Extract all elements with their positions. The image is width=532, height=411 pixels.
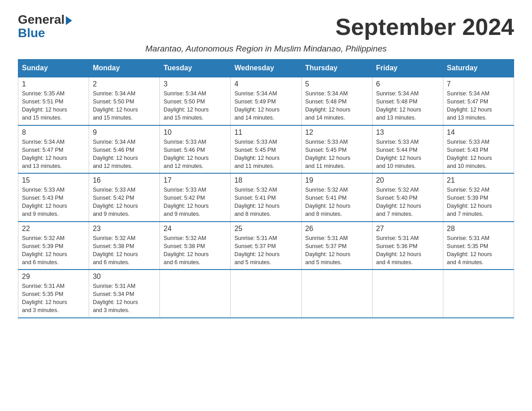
day-info: Sunrise: 5:31 AMSunset: 5:35 PMDaylight:… [447,235,492,265]
calendar-cell: 26Sunrise: 5:31 AMSunset: 5:37 PMDayligh… [301,222,372,270]
calendar-cell: 13Sunrise: 5:33 AMSunset: 5:44 PMDayligh… [372,125,443,174]
calendar-cell: 29Sunrise: 5:31 AMSunset: 5:35 PMDayligh… [18,270,89,318]
day-info: Sunrise: 5:34 AMSunset: 5:48 PMDaylight:… [376,90,421,121]
calendar-cell: 24Sunrise: 5:32 AMSunset: 5:38 PMDayligh… [160,222,231,270]
week-row-2: 8Sunrise: 5:34 AMSunset: 5:47 PMDaylight… [18,125,514,174]
day-number: 11 [234,128,297,137]
logo-line1: General [18,13,72,26]
week-row-4: 22Sunrise: 5:32 AMSunset: 5:39 PMDayligh… [18,222,514,270]
day-info: Sunrise: 5:33 AMSunset: 5:43 PMDaylight:… [22,187,67,217]
day-number: 6 [376,80,439,88]
day-number: 29 [22,273,85,281]
day-info: Sunrise: 5:32 AMSunset: 5:41 PMDaylight:… [234,187,279,217]
calendar-cell: 11Sunrise: 5:33 AMSunset: 5:45 PMDayligh… [231,125,301,174]
day-number: 26 [305,225,369,233]
day-info: Sunrise: 5:33 AMSunset: 5:42 PMDaylight:… [93,187,138,217]
logo-line2: Blue [18,27,45,39]
col-header-friday: Friday [372,60,443,77]
calendar-cell: 22Sunrise: 5:32 AMSunset: 5:39 PMDayligh… [18,222,89,270]
calendar-cell: 15Sunrise: 5:33 AMSunset: 5:43 PMDayligh… [18,173,89,222]
day-number: 4 [234,80,297,88]
calendar-cell: 28Sunrise: 5:31 AMSunset: 5:35 PMDayligh… [443,222,514,270]
calendar-cell [160,270,231,318]
day-info: Sunrise: 5:34 AMSunset: 5:47 PMDaylight:… [22,139,67,169]
day-number: 30 [93,273,156,281]
day-info: Sunrise: 5:32 AMSunset: 5:38 PMDaylight:… [163,235,209,265]
calendar-cell: 14Sunrise: 5:33 AMSunset: 5:43 PMDayligh… [443,125,514,174]
day-info: Sunrise: 5:32 AMSunset: 5:41 PMDaylight:… [305,187,351,217]
calendar-cell: 5Sunrise: 5:34 AMSunset: 5:48 PMDaylight… [301,77,372,125]
day-info: Sunrise: 5:35 AMSunset: 5:51 PMDaylight:… [22,90,67,121]
calendar-cell: 1Sunrise: 5:35 AMSunset: 5:51 PMDaylight… [18,77,89,125]
calendar-cell: 20Sunrise: 5:32 AMSunset: 5:40 PMDayligh… [372,173,443,222]
calendar-cell: 3Sunrise: 5:34 AMSunset: 5:50 PMDaylight… [160,77,231,125]
day-number: 23 [93,225,156,233]
day-number: 16 [93,176,156,184]
day-info: Sunrise: 5:34 AMSunset: 5:48 PMDaylight:… [305,90,351,121]
calendar-cell: 7Sunrise: 5:34 AMSunset: 5:47 PMDaylight… [443,77,514,125]
day-number: 20 [376,176,439,184]
col-header-thursday: Thursday [301,60,372,77]
calendar-cell: 21Sunrise: 5:32 AMSunset: 5:39 PMDayligh… [443,173,514,222]
day-number: 15 [22,176,85,184]
calendar-cell [372,270,443,318]
day-number: 25 [234,225,297,233]
col-header-wednesday: Wednesday [231,60,301,77]
calendar-cell [301,270,372,318]
day-number: 3 [163,80,227,88]
day-number: 17 [163,176,227,184]
day-info: Sunrise: 5:32 AMSunset: 5:40 PMDaylight:… [376,187,421,217]
day-number: 27 [376,225,439,233]
week-row-1: 1Sunrise: 5:35 AMSunset: 5:51 PMDaylight… [18,77,514,125]
calendar-cell: 16Sunrise: 5:33 AMSunset: 5:42 PMDayligh… [89,173,160,222]
day-number: 5 [305,80,369,88]
calendar-cell: 17Sunrise: 5:33 AMSunset: 5:42 PMDayligh… [160,173,231,222]
day-info: Sunrise: 5:32 AMSunset: 5:39 PMDaylight:… [447,187,492,217]
day-number: 28 [447,225,510,233]
calendar-cell: 10Sunrise: 5:33 AMSunset: 5:46 PMDayligh… [160,125,231,174]
day-info: Sunrise: 5:31 AMSunset: 5:34 PMDaylight:… [93,283,138,313]
day-info: Sunrise: 5:31 AMSunset: 5:35 PMDaylight:… [22,283,67,313]
day-info: Sunrise: 5:34 AMSunset: 5:46 PMDaylight:… [93,139,138,169]
day-info: Sunrise: 5:34 AMSunset: 5:49 PMDaylight:… [234,90,279,121]
day-info: Sunrise: 5:33 AMSunset: 5:44 PMDaylight:… [376,139,421,169]
day-info: Sunrise: 5:34 AMSunset: 5:50 PMDaylight:… [163,90,209,121]
day-number: 21 [447,176,510,184]
day-info: Sunrise: 5:31 AMSunset: 5:37 PMDaylight:… [305,235,351,265]
calendar-cell: 4Sunrise: 5:34 AMSunset: 5:49 PMDaylight… [231,77,301,125]
day-info: Sunrise: 5:33 AMSunset: 5:46 PMDaylight:… [163,139,209,169]
calendar-cell: 27Sunrise: 5:31 AMSunset: 5:36 PMDayligh… [372,222,443,270]
day-info: Sunrise: 5:34 AMSunset: 5:47 PMDaylight:… [447,90,492,121]
day-number: 24 [163,225,227,233]
calendar-cell: 12Sunrise: 5:33 AMSunset: 5:45 PMDayligh… [301,125,372,174]
day-info: Sunrise: 5:34 AMSunset: 5:50 PMDaylight:… [93,90,138,121]
day-number: 13 [376,128,439,137]
month-title: September 2024 [335,13,514,40]
day-info: Sunrise: 5:33 AMSunset: 5:45 PMDaylight:… [234,139,279,169]
day-number: 7 [447,80,510,88]
day-number: 14 [447,128,510,137]
day-number: 12 [305,128,369,137]
calendar-cell: 8Sunrise: 5:34 AMSunset: 5:47 PMDaylight… [18,125,89,174]
col-header-saturday: Saturday [443,60,514,77]
week-row-5: 29Sunrise: 5:31 AMSunset: 5:35 PMDayligh… [18,270,514,318]
logo: General Blue [18,13,72,39]
col-header-sunday: Sunday [18,60,89,77]
subtitle: Marantao, Autonomous Region in Muslim Mi… [18,44,514,54]
col-header-monday: Monday [89,60,160,77]
day-info: Sunrise: 5:33 AMSunset: 5:42 PMDaylight:… [163,187,209,217]
calendar-header-row: SundayMondayTuesdayWednesdayThursdayFrid… [18,60,514,77]
col-header-tuesday: Tuesday [160,60,231,77]
day-number: 18 [234,176,297,184]
calendar-cell [443,270,514,318]
calendar-table: SundayMondayTuesdayWednesdayThursdayFrid… [18,59,514,318]
day-info: Sunrise: 5:31 AMSunset: 5:37 PMDaylight:… [234,235,279,265]
calendar-cell: 6Sunrise: 5:34 AMSunset: 5:48 PMDaylight… [372,77,443,125]
week-row-3: 15Sunrise: 5:33 AMSunset: 5:43 PMDayligh… [18,173,514,222]
day-number: 9 [93,128,156,137]
calendar-cell: 2Sunrise: 5:34 AMSunset: 5:50 PMDaylight… [89,77,160,125]
day-number: 8 [22,128,85,137]
day-info: Sunrise: 5:32 AMSunset: 5:39 PMDaylight:… [22,235,67,265]
day-info: Sunrise: 5:33 AMSunset: 5:45 PMDaylight:… [305,139,351,169]
day-number: 1 [22,80,85,88]
